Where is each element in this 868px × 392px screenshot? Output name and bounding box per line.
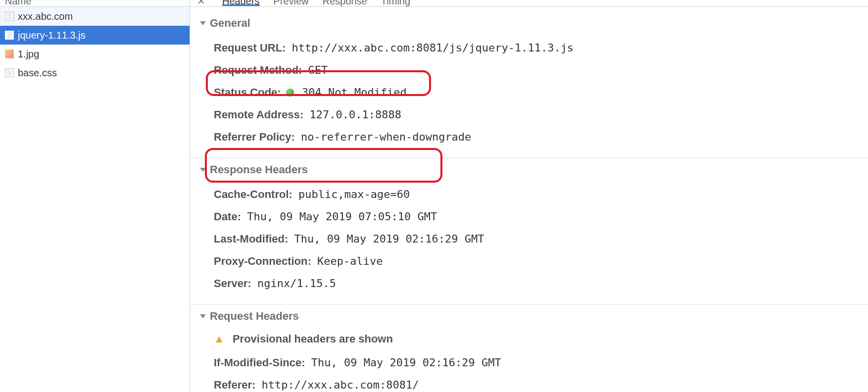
section-title-label: Response Headers bbox=[210, 163, 308, 176]
request-list: xxx.abc.com jquery-1.11.3.js 1.jpg base.… bbox=[0, 7, 190, 392]
file-label: base.css bbox=[18, 67, 57, 79]
file-label: 1.jpg bbox=[18, 49, 39, 60]
section-response-headers: Response Headers Cache-Control: public,m… bbox=[190, 158, 868, 305]
label: Last-Modified: bbox=[214, 233, 288, 245]
value: Thu, 09 May 2019 02:16:29 GMT bbox=[308, 356, 501, 369]
details-pane: ✕ Headers Preview Response Timing Genera… bbox=[190, 0, 868, 392]
chevron-down-icon bbox=[200, 21, 206, 25]
kv-cache-control: Cache-Control: public,max-age=60 bbox=[200, 183, 858, 205]
label: Server: bbox=[214, 277, 251, 290]
image-icon bbox=[5, 49, 14, 58]
label: Status Code: bbox=[214, 86, 281, 98]
kv-request-method: Request Method: GET bbox=[200, 59, 858, 81]
value: nginx/1.15.5 bbox=[254, 277, 336, 290]
kv-referer: Referer: http://xxx.abc.com:8081/ bbox=[200, 374, 858, 392]
section-title-label: Request Headers bbox=[210, 310, 299, 323]
list-item[interactable]: jquery-1.11.3.js bbox=[0, 26, 190, 45]
label: Date: bbox=[214, 210, 241, 223]
kv-request-url: Request URL: http://xxx.abc.com:8081/js/… bbox=[200, 37, 858, 59]
tab-bar: ✕ Headers Preview Response Timing bbox=[190, 0, 868, 7]
label: Remote Address: bbox=[214, 108, 303, 121]
close-icon[interactable]: ✕ bbox=[194, 0, 208, 2]
label: If-Modified-Since: bbox=[214, 356, 305, 369]
label: Request URL: bbox=[214, 42, 286, 54]
kv-referrer-policy: Referrer Policy: no-referrer-when-downgr… bbox=[200, 126, 858, 148]
section-title-label: General bbox=[210, 17, 250, 30]
section-request-headers: Request Headers ▲ Provisional headers ar… bbox=[190, 305, 868, 392]
tab-headers[interactable]: Headers bbox=[222, 0, 260, 6]
value: http://xxx.abc.com:8081/ bbox=[259, 379, 419, 391]
value: Thu, 09 May 2019 07:05:10 GMT bbox=[244, 210, 437, 223]
network-sidebar: Name xxx.abc.com jquery-1.11.3.js 1.jpg … bbox=[0, 0, 190, 392]
value: Keep-alive bbox=[314, 255, 383, 267]
kv-status-code: Status Code: 304 Not Modified bbox=[200, 81, 858, 103]
document-icon bbox=[5, 31, 14, 40]
kv-last-modified: Last-Modified: Thu, 09 May 2019 02:16:29… bbox=[200, 228, 858, 250]
section-title-response-headers[interactable]: Response Headers bbox=[200, 163, 858, 176]
label: Proxy-Connection: bbox=[214, 255, 311, 267]
list-item[interactable]: 1.jpg bbox=[0, 45, 190, 63]
kv-if-modified-since: If-Modified-Since: Thu, 09 May 2019 02:1… bbox=[200, 351, 858, 374]
label: Referer: bbox=[214, 379, 255, 391]
value: no-referrer-when-downgrade bbox=[298, 131, 471, 143]
value: GET bbox=[305, 64, 328, 76]
file-label: jquery-1.11.3.js bbox=[18, 30, 86, 41]
section-title-request-headers[interactable]: Request Headers bbox=[200, 310, 858, 323]
chevron-down-icon bbox=[200, 168, 206, 172]
value: 127.0.0.1:8888 bbox=[306, 108, 401, 121]
label: Cache-Control: bbox=[214, 188, 292, 200]
kv-proxy-connection: Proxy-Connection: Keep-alive bbox=[200, 250, 858, 272]
value: 304 Not Modified bbox=[299, 86, 407, 98]
headers-panel: General Request URL: http://xxx.abc.com:… bbox=[190, 7, 868, 392]
document-icon bbox=[5, 12, 14, 21]
tab-response[interactable]: Response bbox=[323, 0, 367, 4]
kv-remote-address: Remote Address: 127.0.0.1:8888 bbox=[200, 103, 858, 126]
file-label: xxx.abc.com bbox=[18, 11, 73, 22]
provisional-text: Provisional headers are shown bbox=[233, 333, 393, 345]
value: http://xxx.abc.com:8081/js/jquery-1.11.3… bbox=[289, 42, 574, 54]
value: Thu, 09 May 2019 02:16:29 GMT bbox=[291, 233, 484, 245]
label: Referrer Policy: bbox=[214, 131, 295, 143]
sidebar-header-name[interactable]: Name bbox=[0, 0, 190, 7]
list-item[interactable]: base.css bbox=[0, 63, 190, 82]
kv-date: Date: Thu, 09 May 2019 07:05:10 GMT bbox=[200, 205, 858, 228]
tab-timing[interactable]: Timing bbox=[381, 0, 410, 4]
tab-preview[interactable]: Preview bbox=[274, 0, 309, 4]
document-icon bbox=[5, 68, 14, 77]
chevron-down-icon bbox=[200, 314, 206, 318]
warning-icon: ▲ bbox=[214, 333, 225, 345]
section-general: General Request URL: http://xxx.abc.com:… bbox=[190, 12, 868, 158]
kv-server: Server: nginx/1.15.5 bbox=[200, 272, 858, 294]
value: public,max-age=60 bbox=[295, 188, 410, 200]
section-title-general[interactable]: General bbox=[200, 17, 858, 30]
label: Request Method: bbox=[214, 64, 302, 76]
list-item[interactable]: xxx.abc.com bbox=[0, 7, 190, 26]
provisional-warning: ▲ Provisional headers are shown bbox=[200, 330, 858, 351]
status-dot-icon bbox=[286, 89, 294, 97]
